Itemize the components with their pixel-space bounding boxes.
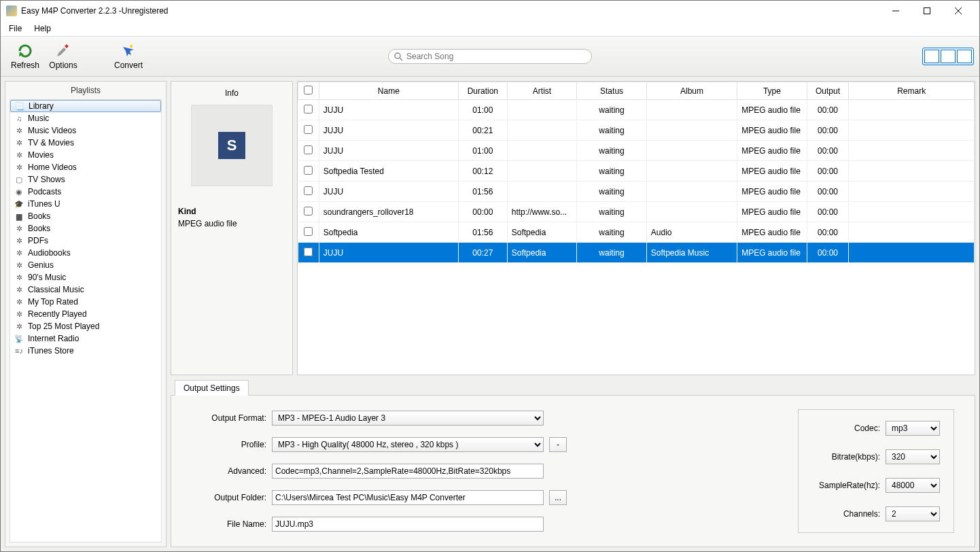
col-header[interactable]: Output — [807, 82, 849, 100]
channels-select[interactable]: 2 — [886, 506, 940, 521]
row-checkbox[interactable] — [304, 207, 313, 215]
radio-icon: 📡 — [14, 334, 24, 343]
playlist-item[interactable]: ◉Podcasts — [10, 186, 161, 198]
profile-label: Profile: — [192, 440, 266, 449]
gear-icon: ✲ — [14, 248, 24, 258]
table-row[interactable]: JUJU01:56waitingMPEG audio file00:00 — [298, 182, 975, 202]
search-input[interactable] — [388, 49, 592, 64]
playlist-item[interactable]: 📡Internet Radio — [10, 332, 161, 345]
profile-select[interactable]: MP3 - High Quality( 48000 Hz, stereo , 3… — [272, 437, 544, 452]
select-all-checkbox[interactable] — [304, 86, 313, 94]
cell-artist: Softpedia — [507, 243, 577, 263]
col-header[interactable]: Name — [319, 82, 458, 100]
row-checkbox[interactable] — [304, 247, 313, 256]
convert-icon — [120, 43, 137, 59]
row-checkbox[interactable] — [304, 145, 313, 154]
filename-input[interactable] — [272, 517, 544, 532]
cell-duration: 01:56 — [458, 222, 507, 243]
cell-album — [646, 182, 737, 202]
playlist-label: Books — [28, 224, 50, 233]
cell-type: MPEG audio file — [737, 100, 807, 120]
row-checkbox[interactable] — [304, 227, 313, 236]
samplerate-select[interactable]: 48000 — [886, 478, 940, 493]
options-button[interactable]: Options — [44, 40, 82, 73]
minimize-button[interactable] — [880, 1, 911, 21]
col-header[interactable]: Type — [737, 82, 807, 100]
col-header[interactable] — [298, 82, 319, 100]
playlist-item[interactable]: ▢TV Shows — [10, 173, 161, 186]
col-header[interactable]: Duration — [458, 82, 507, 100]
table-row[interactable]: JUJU00:27SoftpediawaitingSoftpedia Music… — [298, 243, 975, 263]
col-header[interactable]: Status — [577, 82, 647, 100]
playlist-label: Movies — [28, 150, 54, 160]
playlist-item[interactable]: ✲Recently Played — [10, 308, 161, 320]
row-checkbox[interactable] — [304, 186, 313, 195]
view-toggle[interactable] — [922, 48, 974, 65]
playlist-item[interactable]: ✲Books — [10, 222, 161, 235]
row-checkbox[interactable] — [304, 125, 313, 134]
info-title: Info — [178, 88, 285, 98]
search-icon — [393, 52, 403, 61]
menu-file[interactable]: File — [5, 22, 26, 35]
col-header[interactable]: Remark — [849, 82, 975, 100]
table-row[interactable]: JUJU00:21waitingMPEG audio file00:00 — [298, 120, 975, 141]
playlist-item[interactable]: 🎓iTunes U — [10, 198, 161, 210]
convert-button[interactable]: Convert — [109, 40, 147, 73]
playlist-item[interactable]: ♫Music — [10, 112, 161, 124]
playlist-item[interactable]: ✲Home Videos — [10, 161, 161, 173]
toolbar: Refresh Options Convert — [1, 36, 979, 77]
advanced-input[interactable] — [272, 464, 544, 479]
menu-help[interactable]: Help — [30, 22, 55, 35]
cell-name: JUJU — [319, 182, 458, 202]
browse-folder-button[interactable]: ... — [549, 490, 567, 505]
cell-name: Softpedia — [319, 222, 458, 243]
playlist-item[interactable]: ✲Movies — [10, 149, 161, 161]
cell-name: JUJU — [319, 243, 458, 263]
playlist-item[interactable]: 📃Library — [10, 100, 161, 112]
cell-duration: 00:12 — [458, 161, 507, 182]
close-button[interactable] — [943, 1, 974, 21]
playlist-item[interactable]: ✲PDFs — [10, 235, 161, 247]
playlist-item[interactable]: ✲Audiobooks — [10, 247, 161, 259]
playlist-item[interactable]: ✲Top 25 Most Played — [10, 320, 161, 332]
col-header[interactable]: Artist — [507, 82, 577, 100]
table-row[interactable]: Softpedia Tested00:12waitingMPEG audio f… — [298, 161, 975, 182]
table-row[interactable]: JUJU01:00waitingMPEG audio file00:00 — [298, 100, 975, 120]
format-select[interactable]: MP3 - MPEG-1 Audio Layer 3 — [272, 411, 544, 426]
folder-input[interactable] — [272, 490, 544, 505]
playlist-item[interactable]: ✲90's Music — [10, 271, 161, 283]
playlist-label: Classical Music — [28, 285, 84, 294]
cell-remark — [849, 182, 975, 202]
codec-select[interactable]: mp3 — [886, 421, 940, 436]
bitrate-select[interactable]: 320 — [886, 449, 940, 464]
tv-icon: ▢ — [14, 175, 24, 184]
row-checkbox[interactable] — [304, 166, 313, 175]
playlist-item[interactable]: ≡♪iTunes Store — [10, 345, 161, 357]
refresh-button[interactable]: Refresh — [6, 40, 44, 73]
cell-status: waiting — [577, 120, 647, 141]
table-row[interactable]: soundrangers_rollover1800:00http://www.s… — [298, 202, 975, 222]
row-checkbox[interactable] — [304, 105, 313, 114]
playlist-item[interactable]: ✲Genius — [10, 259, 161, 271]
playlist-item[interactable]: ✲Music Videos — [10, 124, 161, 137]
playlist-list[interactable]: 📃Library♫Music✲Music Videos✲TV & Movies✲… — [10, 99, 162, 542]
playlist-label: TV & Movies — [28, 138, 74, 148]
songs-table[interactable]: NameDurationArtistStatusAlbumTypeOutputR… — [297, 81, 975, 375]
playlist-item[interactable]: ✲TV & Movies — [10, 137, 161, 149]
profile-minus-button[interactable]: - — [549, 437, 567, 452]
playlist-label: Internet Radio — [28, 334, 79, 343]
cell-status: waiting — [577, 243, 647, 263]
playlist-item[interactable]: ✲Classical Music — [10, 283, 161, 296]
playlist-label: Genius — [28, 260, 54, 270]
window-title: Easy M4P Converter 2.2.3 -Unregistered — [21, 6, 880, 16]
playlist-item[interactable]: ▆Books — [10, 210, 161, 222]
playlist-item[interactable]: ✲My Top Rated — [10, 296, 161, 308]
table-row[interactable]: Softpedia01:56SoftpediawaitingAudioMPEG … — [298, 222, 975, 243]
col-header[interactable]: Album — [646, 82, 737, 100]
output-settings-tab[interactable]: Output Settings — [175, 380, 249, 396]
playlist-label: Recently Played — [28, 309, 87, 319]
maximize-button[interactable] — [911, 1, 943, 21]
table-row[interactable]: JUJU01:00waitingMPEG audio file00:00 — [298, 141, 975, 161]
playlists-panel: Playlists 📃Library♫Music✲Music Videos✲TV… — [5, 81, 167, 547]
cell-name: JUJU — [319, 120, 458, 141]
